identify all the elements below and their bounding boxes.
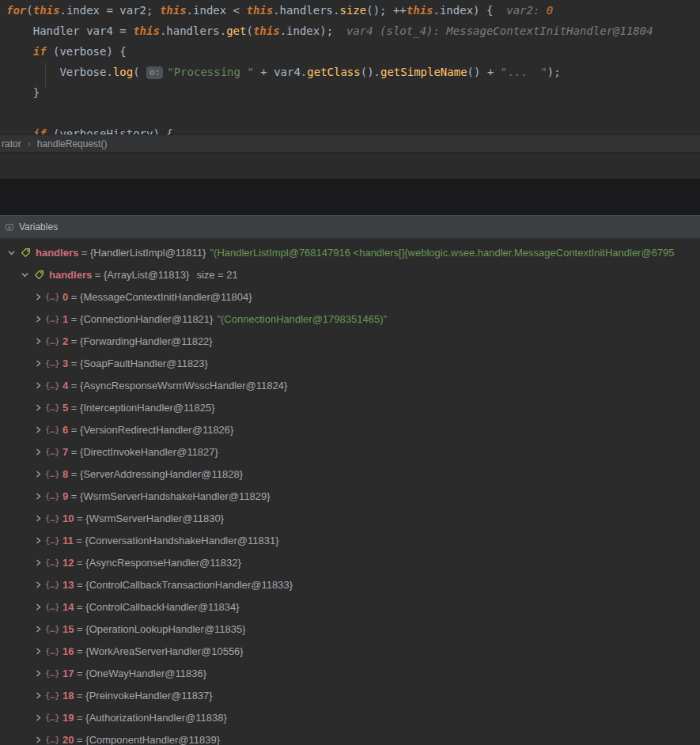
- object-braces-icon: {…}: [44, 380, 60, 391]
- chevron-right-icon[interactable]: [32, 467, 44, 480]
- chevron-right-icon[interactable]: [32, 711, 44, 724]
- code-line: Verbose.log( o:"Processing " + var4.getC…: [0, 62, 700, 82]
- object-braces-icon: {…}: [44, 403, 60, 413]
- chevron-right-icon[interactable]: [32, 645, 44, 657]
- chevron-right-icon[interactable]: [32, 379, 44, 391]
- variable-row[interactable]: {…}10 = {WsrmServerHandler@11830}: [0, 507, 700, 529]
- code-lines: for(this.index = var2; this.index < this…: [0, 0, 700, 134]
- variable-row[interactable]: handlers = {HandlerListImpl@11811}"(Hand…: [0, 241, 700, 263]
- chevron-right-icon[interactable]: [32, 445, 44, 458]
- variable-row[interactable]: {…}0 = {MessageContextInitHandler@11804}: [0, 286, 700, 308]
- code-token: this: [33, 4, 60, 17]
- object-braces-icon: {…}: [44, 292, 60, 302]
- variables-panel-title: Variables: [19, 221, 58, 233]
- variable-size-info: size = 21: [196, 269, 237, 281]
- code-token: ().: [361, 66, 380, 78]
- chevron-right-icon[interactable]: [32, 490, 44, 502]
- variable-row[interactable]: {…}17 = {OneWayHandler@11836}: [0, 662, 700, 684]
- code-editor[interactable]: for(this.index = var2; this.index < this…: [0, 0, 700, 134]
- object-braces-icon: {…}: [44, 513, 60, 524]
- chevron-right-icon[interactable]: [32, 600, 44, 613]
- equals-sign: =: [74, 712, 85, 724]
- variable-value: {OperationLookupHandler@11835}: [85, 623, 245, 635]
- breadcrumb-separator-icon: ›: [28, 138, 31, 149]
- chevron-right-icon[interactable]: [32, 578, 44, 591]
- code-token: [6, 127, 33, 134]
- chevron-right-icon[interactable]: [32, 512, 44, 524]
- variable-row[interactable]: {…}6 = {VersionRedirectHandler@11826}: [0, 418, 700, 441]
- chevron-right-icon[interactable]: [32, 667, 44, 679]
- object-braces-icon: {…}: [44, 713, 60, 723]
- chevron-down-icon[interactable]: [18, 268, 31, 281]
- code-line: for(this.index = var2; this.index < this…: [0, 0, 700, 21]
- equals-sign: =: [74, 645, 85, 657]
- chevron-right-icon[interactable]: [32, 335, 44, 347]
- variable-row[interactable]: {…}13 = {ControlCallbackTransactionHandl…: [0, 573, 700, 596]
- code-token: this: [246, 4, 273, 17]
- variable-name: 7: [62, 446, 68, 458]
- code-token: 0: [547, 4, 553, 17]
- variable-row[interactable]: {…}15 = {OperationLookupHandler@11835}: [0, 618, 700, 640]
- variable-row[interactable]: {…}5 = {InterceptionHandler@11825}: [0, 396, 700, 418]
- code-token: [6, 45, 33, 58]
- chevron-right-icon[interactable]: [32, 423, 44, 436]
- equals-sign: =: [68, 335, 80, 347]
- variable-name: 5: [62, 402, 68, 414]
- equals-sign: =: [68, 291, 80, 303]
- variable-row[interactable]: {…}1 = {ConnectionHandler@11821}"(Connec…: [0, 308, 700, 330]
- equals-sign: =: [74, 623, 85, 635]
- equals-sign: =: [68, 357, 80, 369]
- variable-name: 11: [62, 535, 74, 546]
- variable-row[interactable]: {…}3 = {SoapFaultHandler@11823}: [0, 352, 700, 374]
- variable-row[interactable]: {…}11 = {ConversationHandshakeHandler@11…: [0, 529, 700, 551]
- chevron-right-icon[interactable]: [32, 290, 44, 303]
- variable-value: {SoapFaultHandler@11823}: [80, 357, 208, 369]
- variable-row[interactable]: {…}20 = {ComponentHandler@11839}: [0, 728, 700, 745]
- variable-row[interactable]: {…}7 = {DirectInvokeHandler@11827}: [0, 441, 700, 463]
- empty-band-black: [0, 179, 700, 215]
- variable-row[interactable]: {…}16 = {WorkAreaServerHandler@10556}: [0, 640, 700, 662]
- parameter-hint-badge: o:: [146, 66, 163, 79]
- chevron-right-icon[interactable]: [32, 357, 44, 369]
- breadcrumb-item-class[interactable]: rator: [2, 138, 21, 149]
- chevron-down-icon[interactable]: [5, 246, 17, 259]
- variable-name: handlers: [36, 247, 78, 259]
- chevron-right-icon[interactable]: [32, 401, 44, 414]
- equals-sign: =: [68, 313, 80, 325]
- chevron-right-icon[interactable]: [32, 733, 44, 745]
- variable-row[interactable]: handlers = {ArrayList@11813}size = 21: [0, 263, 700, 286]
- variable-value: {AsyncResponseHandler@11832}: [85, 557, 241, 569]
- chevron-right-icon[interactable]: [32, 556, 44, 569]
- equals-sign: =: [68, 424, 80, 436]
- object-braces-icon: {…}: [44, 358, 60, 369]
- breadcrumb-item-method[interactable]: handleRequest(): [37, 138, 108, 149]
- object-braces-icon: {…}: [44, 469, 60, 479]
- variable-row[interactable]: {…}4 = {AsyncResponseWsrmWsscHandler@118…: [0, 374, 700, 396]
- variable-row[interactable]: {…}12 = {AsyncResponseHandler@11832}: [0, 551, 700, 573]
- chevron-right-icon[interactable]: [32, 534, 44, 546]
- code-token: "Processing ": [167, 66, 254, 78]
- variable-value: {WsrmServerHandshakeHandler@11829}: [80, 490, 271, 502]
- variable-row[interactable]: {…}18 = {PreinvokeHandler@11837}: [0, 684, 700, 706]
- code-token: getSimpleName: [380, 66, 467, 78]
- equals-sign: =: [68, 402, 80, 414]
- variable-row[interactable]: {…}19 = {AuthorizationHandler@11838}: [0, 706, 700, 728]
- variable-name: 4: [62, 380, 68, 391]
- variable-row[interactable]: {…}9 = {WsrmServerHandshakeHandler@11829…: [0, 485, 700, 507]
- variable-row[interactable]: {…}8 = {ServerAddressingHandler@11828}: [0, 463, 700, 485]
- variable-value: {AuthorizationHandler@11838}: [85, 712, 226, 724]
- chevron-right-icon[interactable]: [32, 622, 44, 635]
- variable-value: {ForwardingHandler@11822}: [80, 335, 213, 347]
- chevron-right-icon[interactable]: [32, 689, 44, 702]
- equals-sign: =: [74, 535, 85, 546]
- variable-name: 9: [62, 490, 68, 502]
- variable-row[interactable]: {…}2 = {ForwardingHandler@11822}: [0, 330, 700, 352]
- indent-guide: [45, 62, 46, 89]
- debugger-window: for(this.index = var2; this.index < this…: [0, 0, 700, 745]
- variable-row[interactable]: {…}14 = {ControlCallbackHandler@11834}: [0, 596, 700, 618]
- code-token: "... ": [501, 66, 547, 78]
- chevron-right-icon[interactable]: [32, 312, 44, 325]
- code-line: [0, 103, 700, 123]
- equals-sign: =: [74, 690, 85, 702]
- equals-sign: =: [74, 601, 85, 613]
